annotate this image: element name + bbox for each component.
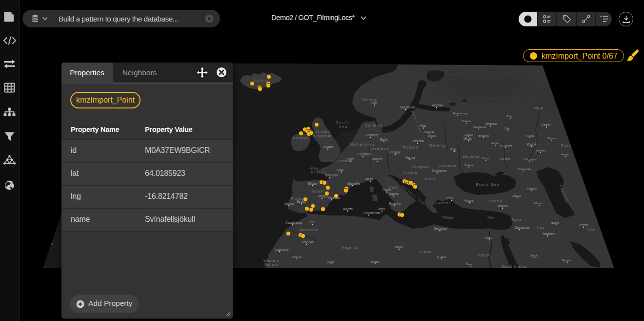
svg-text:Odesa: Odesa [464,164,473,167]
svg-text:Tver: Tver [506,115,512,118]
svg-text:Belarus: Belarus [429,143,447,148]
svg-text:Netherlands: Netherlands [350,143,375,146]
svg-text:Western: Western [263,259,279,262]
svg-text:Baghdad: Baghdad [543,232,555,236]
svg-text:Rome: Rome [382,188,391,192]
svg-text:Adrar: Adrar [327,260,334,263]
svg-text:Hungary: Hungary [412,165,429,169]
svg-text:Croatia: Croatia [403,171,417,174]
svg-text:Rostov: Rostov [500,157,510,161]
svg-text:Voronezh: Voronezh [500,144,512,147]
svg-text:Samara: Samara [547,137,558,140]
svg-text:Riga: Riga [420,124,426,128]
svg-text:Gomel: Gomel [464,133,473,136]
svg-text:Basra: Basra [551,221,559,224]
svg-text:Bordeaux: Bordeaux [325,173,339,177]
svg-text:Siwa: Siwa [466,263,473,266]
svg-text:Iran: Iran [587,228,596,231]
svg-text:Vitebsk: Vitebsk [462,120,472,123]
svg-text:Tabuk: Tabuk [530,254,538,257]
svg-text:Sea: Sea [339,125,348,129]
svg-text:Penza: Penza [525,134,534,137]
svg-text:Baku: Baku [600,202,607,205]
svg-text:Romania: Romania [439,164,457,168]
svg-text:Bryansk: Bryansk [479,134,490,137]
svg-text:Kaunas: Kaunas [424,130,434,133]
svg-text:Bilbao: Bilbao [308,182,317,185]
svg-text:Casablanca: Casablanca [285,221,302,224]
svg-text:Tindouf: Tindouf [292,256,302,258]
svg-text:Minsk: Minsk [463,137,472,140]
svg-text:Munich: Munich [372,157,382,161]
svg-text:Fez: Fez [309,220,314,224]
svg-text:Benghazi: Benghazi [434,227,447,231]
svg-text:Damascus: Damascus [515,226,530,229]
svg-text:Tehran: Tehran [579,223,588,227]
svg-text:Algiers: Algiers [343,207,353,211]
svg-text:Moscow: Moscow [485,122,497,126]
svg-text:Marseille: Marseille [347,182,360,185]
svg-text:Kursk: Kursk [491,142,499,145]
svg-text:Kingdom: Kingdom [313,134,332,138]
svg-text:Poland: Poland [403,145,419,150]
svg-text:Egypt: Egypt [478,253,490,257]
svg-text:Morocco: Morocco [300,228,319,232]
svg-text:Naples: Naples [389,192,399,196]
svg-text:Oslo: Oslo [371,101,378,105]
svg-text:Greece: Greece [436,201,451,205]
svg-text:Lisbon: Lisbon [284,202,294,205]
svg-text:Algeria: Algeria [342,245,358,250]
svg-text:Sahara: Sahara [264,263,278,266]
svg-text:Tula: Tula [504,127,510,130]
svg-text:Al Jawf: Al Jawf [437,256,446,258]
svg-text:Erzurum: Erzurum [527,187,538,190]
svg-text:Cairo: Cairo [484,236,492,239]
svg-text:Saudi Arabia: Saudi Arabia [502,265,526,268]
svg-text:Vienna: Vienna [405,156,415,159]
svg-text:Milan: Milan [365,177,373,181]
svg-text:Libya: Libya [420,250,432,254]
svg-text:Bucharest: Bucharest [432,169,446,172]
svg-text:Atyrau: Atyrau [561,153,569,156]
svg-text:Krasnodar: Krasnodar [518,168,531,171]
svg-text:Paris: Paris [346,157,354,161]
svg-text:Hamburg: Hamburg [365,133,379,137]
svg-text:London: London [323,145,334,149]
svg-text:Ireland: Ireland [293,136,308,140]
svg-text:Uralsk: Uralsk [581,133,589,136]
svg-text:Black Sea: Black Sea [476,182,500,187]
svg-text:Iceland: Iceland [254,79,269,82]
svg-text:Tunis: Tunis [377,207,385,211]
svg-text:North: North [336,120,349,125]
svg-text:Saratov: Saratov [536,149,546,152]
svg-text:Nizhny: Nizhny [534,107,543,109]
svg-text:Konya: Konya [464,199,474,203]
svg-text:Ankara: Ankara [498,204,508,208]
svg-text:Laayoune: Laayoune [275,248,289,252]
svg-text:Frankfurt: Frankfurt [358,152,371,156]
svg-text:Izmir: Izmir [446,196,454,200]
svg-text:Kyiv: Kyiv [450,148,457,151]
svg-text:Spain: Spain [312,189,325,193]
svg-text:Constantine: Constantine [363,211,381,214]
svg-text:Mosul: Mosul [534,202,542,205]
svg-text:Vilnius: Vilnius [427,134,436,137]
svg-text:Denmark: Denmark [365,124,383,127]
svg-text:Turkey: Turkey [487,199,502,203]
svg-text:Adana: Adana [512,194,521,197]
svg-text:Prague: Prague [390,150,401,154]
svg-text:Dnipro: Dnipro [482,157,490,160]
svg-text:Stockholm: Stockholm [400,106,415,109]
svg-text:Sabha: Sabha [371,260,380,263]
svg-text:Ukraine: Ukraine [463,154,480,159]
svg-text:Warsaw: Warsaw [413,139,424,143]
svg-text:Timbouf: Timbouf [302,240,313,244]
svg-text:Volgograd: Volgograd [524,158,537,161]
svg-text:Tripoli: Tripoli [394,245,402,249]
svg-text:Petersburg: Petersburg [453,112,467,115]
svg-text:Serbia: Serbia [423,177,435,181]
svg-text:Riyadh: Riyadh [562,259,571,262]
svg-text:Smolensk: Smolensk [473,126,486,128]
svg-text:Kazan: Kazan [542,123,551,127]
svg-text:Iraq: Iraq [537,226,545,230]
